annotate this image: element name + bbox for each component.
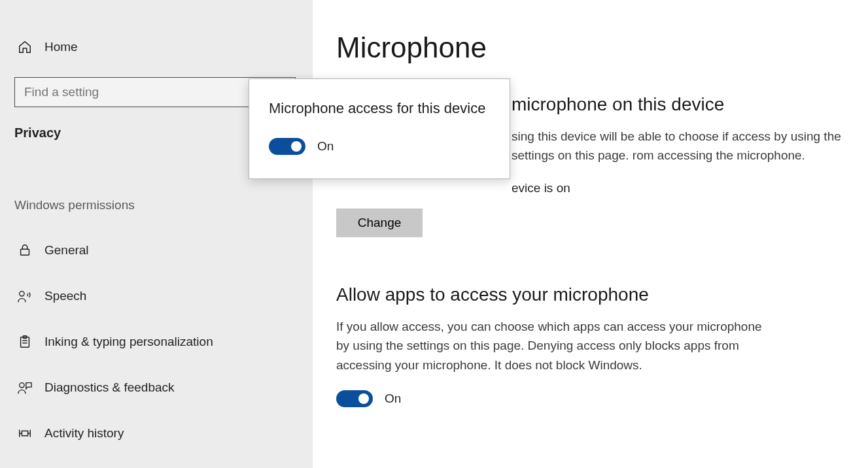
apps-access-toggle-label: On: [385, 392, 401, 406]
popup-title: Microphone access for this device: [269, 99, 490, 118]
section-label: Windows permissions: [14, 198, 298, 212]
activity-icon: [17, 426, 33, 441]
popup-toggle-row: On: [269, 138, 490, 155]
page-title: Microphone: [336, 31, 844, 64]
sidebar-item-diagnostics[interactable]: Diagnostics & feedback: [14, 372, 298, 403]
sidebar-item-label: Diagnostics & feedback: [44, 380, 175, 395]
sidebar-item-speech[interactable]: Speech: [14, 280, 298, 312]
speech-icon: [17, 288, 33, 304]
sidebar-item-label: Activity history: [44, 426, 124, 441]
svg-rect-0: [21, 249, 29, 255]
sidebar-item-inking[interactable]: Inking & typing personalization: [14, 326, 298, 358]
device-access-body: sing this device will be able to choose …: [512, 127, 844, 165]
sidebar-item-activity[interactable]: Activity history: [14, 418, 298, 449]
svg-point-1: [20, 292, 24, 296]
apps-access-body: If you allow access, you can choose whic…: [336, 317, 768, 375]
svg-rect-9: [22, 431, 27, 435]
clipboard-icon: [17, 334, 33, 350]
apps-access-toggle[interactable]: [336, 390, 373, 407]
lock-icon: [17, 242, 33, 258]
home-icon: [17, 39, 33, 55]
home-label: Home: [44, 40, 78, 54]
apps-access-toggle-row: On: [336, 390, 844, 407]
device-access-status: evice is on: [512, 181, 844, 195]
main-content: Microphone microphone on this device sin…: [313, 0, 868, 468]
popup-toggle-label: On: [317, 139, 334, 154]
popup-toggle[interactable]: [269, 138, 305, 155]
sidebar-item-label: Inking & typing personalization: [44, 335, 213, 349]
svg-point-6: [20, 383, 24, 388]
feedback-icon: [17, 380, 33, 395]
home-nav-item[interactable]: Home: [14, 31, 298, 63]
device-access-heading: microphone on this device: [512, 94, 844, 115]
sidebar: Home Privacy Windows permissions General…: [0, 0, 313, 468]
apps-access-heading: Allow apps to access your microphone: [336, 284, 844, 305]
mic-access-popup: Microphone access for this device On: [249, 78, 510, 179]
change-button[interactable]: Change: [336, 209, 423, 237]
sidebar-item-general[interactable]: General: [14, 235, 298, 266]
sidebar-item-label: Speech: [44, 289, 86, 303]
sidebar-item-label: General: [44, 243, 89, 258]
